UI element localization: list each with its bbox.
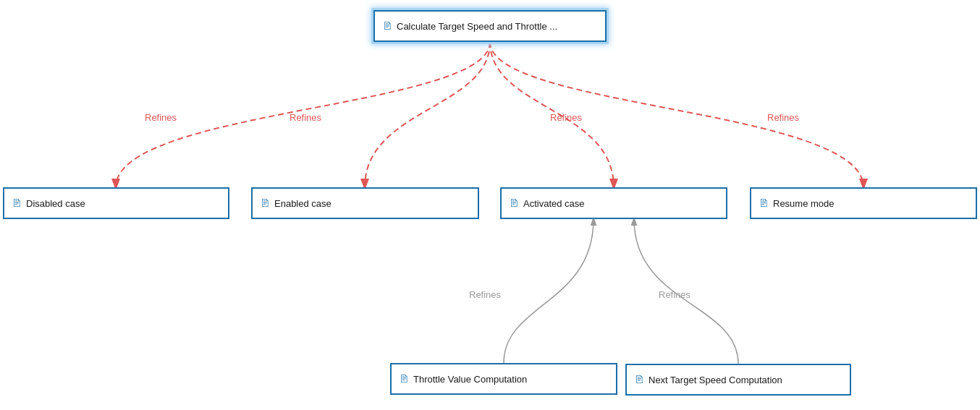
document-icon-activated: 🖹	[509, 197, 519, 209]
enabled-case-label: Enabled case	[274, 198, 331, 209]
refines-label-4: Refines	[767, 112, 799, 123]
document-icon-enabled: 🖹	[260, 197, 270, 209]
refines-label-5: Refines	[469, 289, 501, 300]
refines-label-1: Refines	[145, 112, 177, 123]
document-icon-throttle: 🖹	[399, 373, 409, 385]
throttle-node[interactable]: 🖹 Throttle Value Computation	[390, 363, 617, 395]
refines-label-3: Refines	[550, 112, 582, 123]
activated-case-node[interactable]: 🖹 Activated case	[500, 187, 727, 219]
resume-mode-node[interactable]: 🖹 Resume mode	[750, 187, 977, 219]
top-node-label: Calculate Target Speed and Throttle ...	[397, 21, 557, 32]
resume-mode-label: Resume mode	[773, 198, 835, 209]
disabled-case-node[interactable]: 🖹 Disabled case	[3, 187, 229, 219]
diagram-container: Refines Refines Refines Refines Refines …	[0, 0, 980, 410]
refines-label-2: Refines	[290, 112, 321, 123]
enabled-case-node[interactable]: 🖹 Enabled case	[251, 187, 479, 219]
next-target-label: Next Target Speed Computation	[649, 375, 782, 385]
document-icon-top: 🖹	[382, 20, 392, 32]
document-icon-resume: 🖹	[759, 197, 769, 209]
top-node[interactable]: 🖹 Calculate Target Speed and Throttle ..…	[373, 10, 607, 42]
throttle-label: Throttle Value Computation	[413, 374, 527, 385]
activated-case-label: Activated case	[523, 198, 585, 209]
next-target-node[interactable]: 🖹 Next Target Speed Computation	[625, 364, 851, 396]
document-icon-disabled: 🖹	[12, 197, 22, 209]
disabled-case-label: Disabled case	[26, 198, 85, 209]
refines-label-6: Refines	[659, 289, 690, 300]
document-icon-next-target: 🖹	[634, 374, 644, 385]
